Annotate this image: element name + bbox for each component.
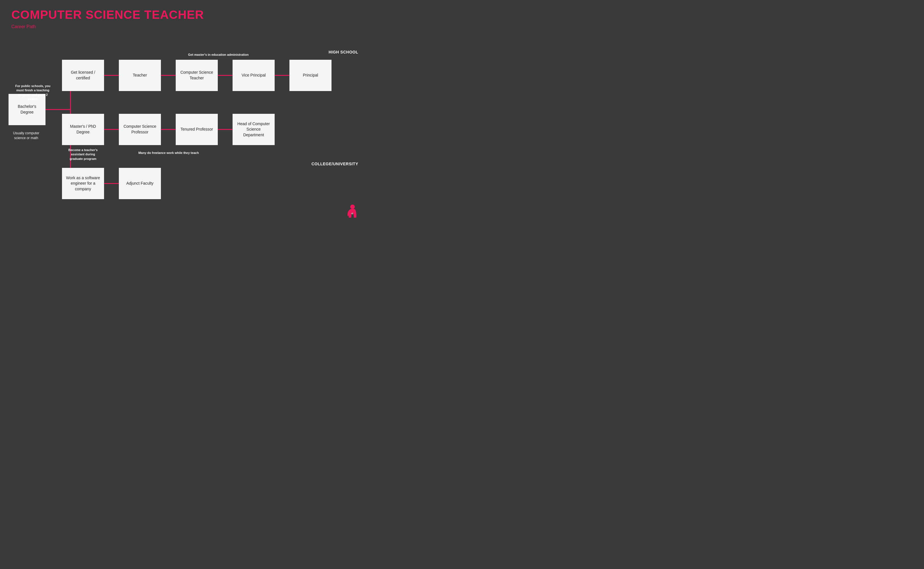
get-licensed-card: Get licensed /certified [62, 60, 104, 91]
principal-card: Principal [290, 60, 331, 91]
public-schools-note: For public schools, youmust finish a tea… [8, 84, 58, 102]
vice-principal-card: Vice Principal [232, 60, 275, 91]
college-label: COLLEGE/UNIVERSITY [311, 161, 358, 166]
head-cs-dept-card: Head of ComputerScienceDepartment [232, 114, 275, 145]
cs-teacher-card: Computer ScienceTeacher [176, 60, 218, 91]
hero-icon: G [346, 204, 360, 221]
adjunct-faculty-card: Adjunct Faculty [119, 168, 161, 199]
page-subtitle: Career Path [11, 24, 36, 29]
high-school-label: HIGH SCHOOL [329, 50, 358, 54]
cs-professor-card: Computer ScienceProfessor [119, 114, 161, 145]
page-title: COMPUTER SCIENCE TEACHER [11, 8, 204, 21]
work-software-card: Work as a softwareengineer for acompany [62, 168, 104, 199]
tenured-professor-card: Tenured Professor [176, 114, 218, 145]
freelance-note: Many do freelance work while they teach [119, 151, 218, 155]
svg-point-13 [350, 205, 355, 209]
svg-text:G: G [351, 212, 353, 215]
masters-note: Become a teacher'sassistant duringgradua… [62, 148, 104, 161]
masters-ed-admin-note: Get master's in education administration [176, 53, 261, 57]
bachelors-note: Usually computerscience or math [3, 131, 49, 140]
teacher-card: Teacher [119, 60, 161, 91]
masters-phd-card: Master's / PhDDegree [62, 114, 104, 145]
